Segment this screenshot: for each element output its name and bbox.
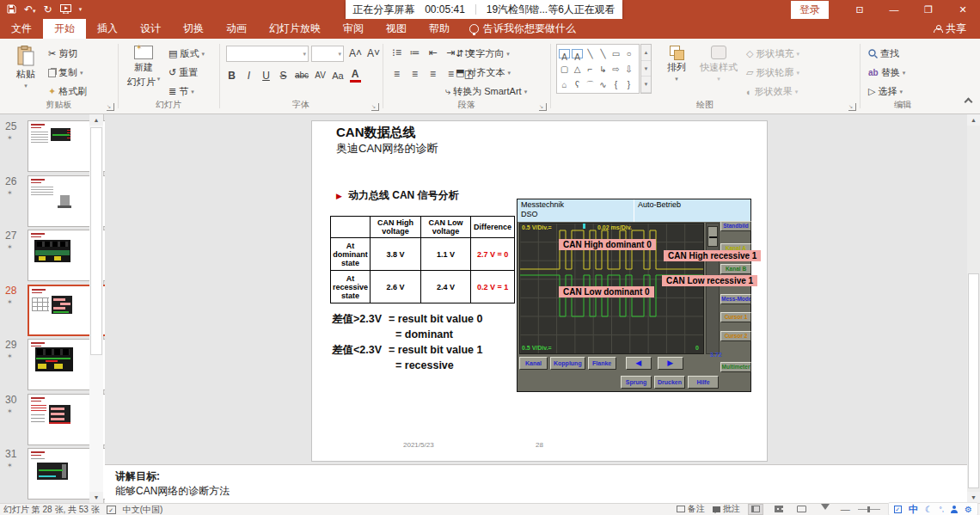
gallery-down-icon[interactable]: ▼ (641, 61, 651, 77)
shape-icon[interactable]: ○ (623, 46, 634, 61)
spellcheck-icon[interactable]: ✓ (107, 506, 116, 514)
tab-help[interactable]: 帮助 (418, 19, 461, 39)
shape-icon[interactable]: } (623, 77, 634, 92)
find-button[interactable]: 查找 (868, 47, 899, 60)
decrease-indent-icon[interactable]: ⇤ (427, 46, 438, 58)
strikethrough-icon[interactable]: S (278, 70, 289, 82)
ime-person-icon[interactable] (951, 506, 958, 513)
slide-thumbnail-image[interactable] (28, 175, 117, 227)
scrollbar-thumb[interactable] (90, 127, 102, 355)
cut-button[interactable]: ✂剪切 (48, 47, 77, 60)
shape-fill-button[interactable]: ◇形状填充▾ (746, 47, 799, 60)
zoom-slider[interactable] (858, 509, 880, 510)
align-right-icon[interactable]: ≡ (427, 68, 438, 80)
voltage-table[interactable]: CAN High voltageCAN Low voltageDifferenc… (330, 216, 515, 303)
slideshow-view-button[interactable] (818, 504, 833, 515)
minimize-button[interactable]: — (877, 0, 911, 19)
tab-slideshow[interactable]: 幻灯片放映 (258, 19, 332, 39)
slide-canvas[interactable]: CAN数据总线 奥迪CAN网络的诊断 ▶ 动力总线 CAN 信号分析 CAN H… (311, 120, 768, 462)
tab-transitions[interactable]: 切换 (172, 19, 215, 39)
oscilloscope-image[interactable]: MesstechnikDSO Auto-Betrieb 0.5 V/Div.= … (517, 199, 751, 392)
tab-view[interactable]: 视图 (375, 19, 418, 39)
paragraph-dialog-launcher-icon[interactable]: ↘ (539, 103, 547, 111)
ime-language-mode[interactable]: 中 (909, 503, 918, 515)
notes-pane[interactable]: 讲解目标: 能够CAN网络的诊断方法 (105, 464, 967, 503)
slide-thumbnail-28[interactable]: 28✶ (0, 283, 89, 334)
slide-subtitle[interactable]: 奥迪CAN网络的诊断 (336, 141, 438, 156)
slide-thumbnail-30[interactable]: 30✶ (0, 392, 89, 444)
share-button[interactable]: 共享 (934, 19, 980, 39)
slide-thumbnail-image[interactable] (28, 339, 117, 390)
shapes-gallery[interactable]: A A ╲╲▭○▢△⌐↳⇨⇩⌂ʕ⌒∿{} (556, 44, 640, 94)
shape-icon[interactable]: ⌐ (585, 62, 596, 77)
slide-thumbnail-29[interactable]: 29✶ (0, 337, 89, 389)
clear-strike-icon[interactable]: abc (295, 71, 309, 80)
slide-thumbnail-image[interactable] (28, 285, 117, 336)
slide-thumbnail-25[interactable]: 25✶ (0, 119, 89, 170)
bold-icon[interactable]: B (226, 70, 237, 82)
tell-me-box[interactable]: 告诉我你想要做什么 (461, 19, 585, 39)
ime-moon-icon[interactable]: ☾ (925, 505, 933, 514)
shape-icon[interactable]: ʕ (572, 77, 583, 92)
shape-icon[interactable]: ↳ (597, 62, 609, 77)
shapes-gallery-scrollbar[interactable]: ▲ ▼ ▼ (640, 44, 652, 94)
thumbnail-panel-scrollbar[interactable]: ▲ ▼ (89, 114, 103, 503)
scrollbar-thumb[interactable] (968, 273, 979, 488)
bullets-icon[interactable]: ⁝≡ (391, 46, 402, 58)
tab-home[interactable]: 开始 (43, 19, 86, 39)
tab-review[interactable]: 审阅 (332, 19, 375, 39)
close-button[interactable]: ✕ (946, 0, 980, 19)
slide-title[interactable]: CAN数据总线 (336, 125, 416, 141)
layout-button[interactable]: ▤版式▾ (168, 47, 205, 60)
slide-bullet[interactable]: ▶ 动力总线 CAN 信号分析 (336, 188, 459, 203)
redo-icon[interactable]: ↻ (44, 4, 52, 15)
slide-thumbnail-image[interactable] (28, 448, 117, 500)
shape-icon[interactable]: ⇨ (610, 62, 622, 77)
shape-icon[interactable]: ╲ (585, 46, 596, 61)
ribbon-display-options-button[interactable]: ⊡ (842, 0, 877, 19)
shape-outline-button[interactable]: ▱形状轮廓▾ (746, 66, 799, 79)
shape-icon[interactable]: { (610, 77, 622, 92)
italic-icon[interactable]: I (243, 70, 254, 82)
shape-icon[interactable]: △ (572, 62, 583, 77)
tab-file[interactable]: 文件 (0, 19, 43, 39)
undo-icon[interactable]: ↶▾ (24, 4, 36, 15)
convert-smartart-button[interactable]: ⤷转换为 SmartArt▾ (445, 85, 527, 98)
gallery-up-icon[interactable]: ▲ (641, 45, 651, 61)
underline-icon[interactable]: U (260, 70, 272, 82)
slide-thumbnail-31[interactable]: 31✶ (0, 446, 89, 498)
slide-thumbnail-26[interactable]: 26✶ (0, 174, 89, 225)
format-painter-button[interactable]: ✦格式刷 (48, 85, 87, 98)
normal-view-button[interactable] (748, 504, 763, 515)
scroll-down-icon[interactable]: ▼ (89, 492, 103, 503)
drawing-dialog-launcher-icon[interactable]: ↘ (848, 103, 856, 111)
slide-sorter-view-button[interactable] (771, 504, 787, 515)
decrease-font-icon[interactable]: A˅ (367, 47, 380, 59)
qat-customize-caret-icon[interactable]: ▾ (79, 6, 83, 13)
reset-button[interactable]: ↺重置 (168, 66, 198, 79)
numbering-icon[interactable]: ≔ (409, 46, 420, 58)
language-indicator[interactable]: 中文(中国) (123, 504, 163, 515)
tab-animations[interactable]: 动画 (215, 19, 258, 39)
slide-thumbnail-image[interactable] (28, 394, 117, 445)
restore-button[interactable]: ❐ (911, 0, 946, 19)
notes-toggle-button[interactable]: 备注 (677, 503, 705, 515)
ime-punctuation-icon[interactable]: °, (940, 506, 944, 513)
shape-icon[interactable]: ∿ (597, 77, 609, 92)
scroll-up-icon[interactable]: ▲ (89, 114, 103, 126)
tab-insert[interactable]: 插入 (86, 19, 129, 39)
zoom-out-button[interactable]: — (841, 504, 850, 514)
shape-icon[interactable]: ▭ (610, 46, 622, 61)
slide-thumbnail-image[interactable] (28, 120, 117, 172)
quick-styles-button[interactable]: 快速样式 ▾ (696, 46, 741, 83)
paste-button[interactable]: 粘贴 ▾ (7, 46, 45, 89)
reading-view-button[interactable] (794, 504, 810, 515)
ime-check-icon[interactable]: ✓ (894, 506, 902, 513)
align-left-icon[interactable]: ≡ (391, 68, 402, 80)
shape-icon[interactable]: ▢ (559, 62, 570, 77)
font-color-icon[interactable]: A (350, 68, 361, 83)
login-button[interactable]: 登录 (791, 1, 829, 19)
slide-thumbnail-27[interactable]: 27✶ (0, 228, 89, 279)
start-slideshow-icon[interactable] (60, 4, 71, 15)
increase-font-icon[interactable]: A˄ (349, 47, 362, 59)
